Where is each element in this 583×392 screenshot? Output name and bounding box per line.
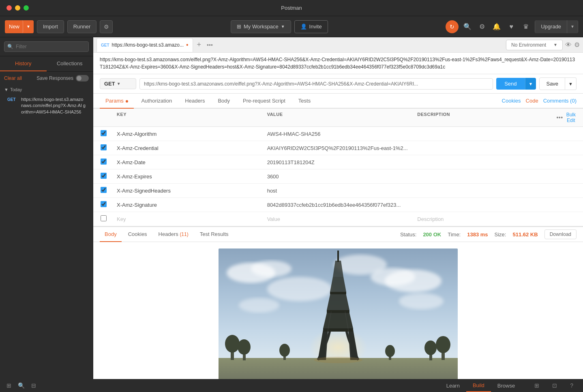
- resp-body-tab[interactable]: Body: [100, 227, 122, 242]
- save-responses-label: Save Responses: [36, 75, 73, 81]
- status-share-icon[interactable]: ⊡: [549, 382, 560, 389]
- build-button[interactable]: Build: [466, 379, 491, 392]
- response-image: [219, 248, 458, 379]
- bell-icon: 🔔: [493, 23, 501, 30]
- response-status: Status: 200 OK Time: 1383 ms Size: 511.6…: [400, 229, 577, 239]
- grid-icon: ⊞: [237, 24, 241, 30]
- maximize-button[interactable]: [24, 5, 29, 11]
- sidebar-filter-area: 🔍: [0, 37, 93, 56]
- new-button[interactable]: New: [5, 20, 23, 33]
- close-button[interactable]: [6, 5, 12, 11]
- table-row: Key Value Description: [93, 212, 583, 226]
- send-dropdown[interactable]: ▼: [525, 78, 536, 90]
- row-value: 3600: [263, 170, 414, 183]
- search-icon-btn[interactable]: 🔍: [462, 21, 473, 32]
- save-button[interactable]: Save: [539, 77, 565, 90]
- table-row: X-Amz-Expires 3600: [93, 169, 583, 184]
- method-select[interactable]: GET ▼: [100, 78, 136, 89]
- params-table-container: KEY VALUE DESCRIPTION ••• Bulk Edit X-Am…: [93, 109, 583, 227]
- bell-icon-btn[interactable]: 🔔: [491, 21, 502, 32]
- pre-request-tab[interactable]: Pre-request Script: [237, 94, 291, 109]
- body-tab[interactable]: Body: [212, 94, 236, 109]
- cookies-link[interactable]: Cookies: [502, 98, 521, 104]
- learn-button[interactable]: Learn: [440, 379, 466, 392]
- filter-input[interactable]: [4, 41, 89, 52]
- tab-more-button[interactable]: •••: [205, 42, 214, 48]
- runner-button[interactable]: Runner: [67, 20, 97, 33]
- environment-dropdown[interactable]: No Environment ▼: [506, 40, 563, 50]
- svg-point-18: [436, 336, 450, 353]
- browse-button[interactable]: Browse: [491, 379, 521, 392]
- new-button-group: New ▼: [5, 20, 34, 33]
- row-key: X-Amz-Algorithm: [113, 128, 263, 140]
- request-row: GET ▼ Send ▼ Save ▼: [93, 74, 583, 94]
- row-key: X-Amz-SignedHeaders: [113, 184, 263, 197]
- new-dropdown-arrow[interactable]: ▼: [23, 20, 34, 33]
- status-label: Status:: [400, 231, 416, 238]
- history-tab[interactable]: History: [0, 56, 47, 71]
- download-button[interactable]: Download: [544, 229, 577, 239]
- upgrade-dropdown[interactable]: ▼: [567, 20, 578, 33]
- env-gear-button[interactable]: ⚙: [574, 41, 580, 49]
- response-body: [93, 242, 583, 379]
- req-tabs-right: Cookies Code Comments (0): [502, 98, 577, 104]
- crown-icon-btn[interactable]: ♛: [520, 21, 532, 32]
- clear-all-button[interactable]: Clear all: [4, 75, 22, 81]
- workspace-button[interactable]: ⊞ My Workspace ▼: [231, 20, 291, 33]
- svg-marker-30: [330, 277, 346, 292]
- resp-cookies-tab[interactable]: Cookies: [123, 227, 152, 242]
- status-layout2-icon[interactable]: ⊞: [531, 382, 542, 389]
- resp-headers-tab[interactable]: Headers (11): [154, 227, 193, 242]
- svg-point-14: [238, 339, 251, 355]
- svg-point-6: [267, 277, 332, 301]
- url-input[interactable]: [139, 78, 493, 90]
- settings-icon-btn[interactable]: ⚙: [476, 21, 488, 32]
- status-layout-icon[interactable]: ⊞: [6, 382, 11, 389]
- row-desc: [413, 187, 564, 194]
- comments-link[interactable]: Comments (0): [543, 98, 577, 104]
- code-link[interactable]: Code: [526, 98, 538, 104]
- env-chevron: ▼: [553, 43, 557, 47]
- collections-tab[interactable]: Collections: [47, 56, 93, 71]
- table-row: X-Amz-SignedHeaders host: [93, 184, 583, 198]
- tab-url: https://kms-bogo-test.s3.amazo...: [112, 42, 184, 48]
- status-console-icon[interactable]: ⊟: [31, 382, 36, 389]
- sidebar-actions: Clear all Save Responses: [0, 72, 93, 85]
- request-tab[interactable]: GET https://kms-bogo-test.s3.amazo... •: [96, 38, 193, 52]
- invite-button[interactable]: 👤 Invite: [294, 20, 328, 33]
- sync-button[interactable]: ↻: [446, 20, 459, 33]
- headers-tab[interactable]: Headers: [179, 94, 210, 109]
- header-actions: ••• Bulk Edit: [564, 109, 580, 126]
- history-item[interactable]: GET https://kms-bogo-test.s3.amazo naws.…: [4, 94, 89, 117]
- status-search-icon[interactable]: 🔍: [18, 382, 25, 389]
- row-key-empty[interactable]: Key: [113, 213, 263, 225]
- tests-tab[interactable]: Tests: [293, 94, 316, 109]
- row-desc-empty[interactable]: Description: [413, 213, 564, 225]
- save-dropdown[interactable]: ▼: [565, 77, 577, 90]
- eye-button[interactable]: 👁: [565, 41, 572, 49]
- params-dot: [126, 100, 128, 103]
- heart-icon-btn[interactable]: ♥: [506, 21, 517, 32]
- header-description: DESCRIPTION: [413, 109, 564, 126]
- send-button[interactable]: Send: [496, 78, 525, 90]
- save-responses-toggle[interactable]: [76, 75, 89, 81]
- authorization-tab[interactable]: Authorization: [135, 94, 178, 109]
- params-tab[interactable]: Params: [100, 94, 134, 109]
- minimize-button[interactable]: [15, 5, 20, 11]
- upgrade-button[interactable]: Upgrade: [535, 20, 567, 33]
- new-tab-button[interactable]: +: [195, 41, 204, 49]
- row-value-empty[interactable]: Value: [263, 213, 414, 225]
- response-tabs: Body Cookies Headers (11) Test Results S…: [93, 227, 583, 242]
- row-checkbox: [96, 184, 113, 197]
- heart-icon: ♥: [509, 23, 513, 30]
- bulk-edit-button[interactable]: Bulk Edit: [566, 112, 576, 123]
- filter-search-icon: 🔍: [7, 44, 13, 49]
- status-help-icon[interactable]: ?: [567, 382, 577, 389]
- save-responses-area: Save Responses: [36, 75, 89, 81]
- main-content: GET https://kms-bogo-test.s3.amazo... • …: [93, 37, 583, 379]
- more-icon: •••: [556, 114, 563, 121]
- wrench-icon: ⚙: [104, 24, 109, 30]
- resp-test-results-tab[interactable]: Test Results: [195, 227, 234, 242]
- wrench-button[interactable]: ⚙: [100, 20, 113, 33]
- import-button[interactable]: Import: [37, 20, 64, 33]
